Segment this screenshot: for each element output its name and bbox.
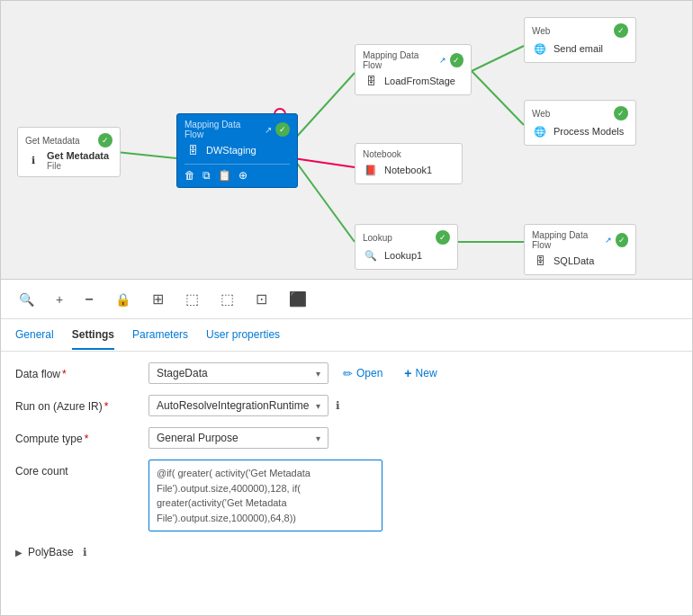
node-sql-label: SQLData [554, 255, 594, 266]
data-flow-label: Data flow* [15, 362, 141, 380]
data-flow-chevron-icon: ▾ [316, 369, 320, 379]
core-count-row: Core count @if( greater( activity('Get M… [15, 460, 678, 531]
fit-view-button[interactable]: ⊞ [148, 287, 167, 311]
toolbar: 🔍 + − 🔒 ⊞ ⬚ ⬚ ⊡ ⬛ [1, 280, 692, 319]
node-dw-staging[interactable]: Mapping Data Flow ↗ ✓ 🗄 DWStaging 🗑 ⧉ 📋 … [176, 113, 298, 188]
core-count-textarea[interactable]: @if( greater( activity('Get Metadata Fil… [148, 460, 382, 531]
node-send-email-type: Web [532, 26, 550, 36]
run-on-chevron-icon: ▾ [316, 401, 320, 411]
node-get-metadata-type: Get Metadata [25, 136, 80, 146]
new-button[interactable]: + New [397, 362, 444, 384]
node-process-models-check: ✓ [614, 106, 628, 121]
node-process-models[interactable]: Web ✓ 🌐 Process Models [524, 100, 636, 146]
notebook-icon: 📕 [363, 162, 379, 178]
node-process-models-label: Process Models [554, 126, 624, 137]
duplicate-icon[interactable]: 📋 [218, 169, 231, 182]
node-notebook1[interactable]: Notebook 📕 Notebook1 [355, 143, 463, 184]
settings-panel: Data flow* StageData ▾ ✏ Open + New [1, 352, 692, 615]
node-sql-type: Mapping Data Flow [532, 230, 601, 250]
node-load-label: LoadFromStage [384, 76, 455, 86]
format-button[interactable]: ⬛ [285, 287, 310, 311]
lookup-icon: 🔍 [363, 247, 379, 263]
compute-type-value: General Purpose [157, 432, 238, 444]
node-sql-ext[interactable]: ↗ [605, 236, 612, 245]
node-lookup-check: ✓ [436, 230, 450, 245]
node-load-type: Mapping Data Flow [363, 50, 436, 70]
run-on-label: Run on (Azure IR)* [15, 395, 141, 413]
node-dw-staging-type: Mapping Data Flow [184, 120, 261, 139]
open-button[interactable]: ✏ Open [336, 363, 390, 384]
canvas-area: Get Metadata ✓ ℹ Get Metadata File Mappi… [1, 1, 692, 280]
run-on-row: Run on (Azure IR)* AutoResolveIntegratio… [15, 395, 678, 416]
send-email-web-icon: 🌐 [532, 40, 548, 57]
tab-general[interactable]: General [15, 321, 54, 350]
node-load-ext[interactable]: ↗ [439, 56, 446, 65]
node-get-metadata[interactable]: Get Metadata ✓ ℹ Get Metadata File [17, 127, 121, 177]
core-count-label: Core count [15, 460, 141, 478]
info-icon: ℹ [25, 153, 41, 169]
svg-line-1 [293, 73, 355, 140]
node-sql-data[interactable]: Mapping Data Flow ↗ ✓ 🗄 SQLData [524, 224, 636, 275]
node-notebook-type: Notebook [363, 149, 401, 159]
node-dw-staging-label: DWStaging [206, 145, 256, 156]
zoom-search-button[interactable]: 🔍 [15, 289, 38, 310]
core-count-control: @if( greater( activity('Get Metadata Fil… [148, 460, 678, 531]
node-load-check: ✓ [450, 53, 464, 67]
polybase-expand-icon[interactable]: ▶ [15, 548, 22, 558]
node-lookup1[interactable]: Lookup ✓ 🔍 Lookup1 [355, 224, 458, 270]
node-lookup-label: Lookup1 [384, 250, 422, 261]
tab-parameters[interactable]: Parameters [132, 321, 188, 350]
node-sql-check: ✓ [616, 233, 628, 247]
node-send-email-check: ✓ [614, 23, 628, 38]
svg-line-3 [293, 158, 355, 242]
tab-user-properties[interactable]: User properties [206, 321, 280, 350]
compute-type-control: General Purpose ▾ [148, 427, 678, 449]
node-process-models-type: Web [532, 109, 550, 119]
svg-line-4 [472, 46, 524, 71]
process-models-web-icon: 🌐 [532, 123, 548, 139]
run-on-control: AutoResolveIntegrationRuntime ▾ ℹ [148, 395, 678, 416]
sql-db-icon: 🗄 [532, 253, 548, 269]
svg-line-2 [293, 158, 355, 167]
add-output-icon[interactable]: ⊕ [238, 169, 248, 182]
compute-type-chevron-icon: ▾ [316, 433, 320, 443]
polybase-info-icon[interactable]: ℹ [83, 546, 87, 558]
zoom-out-button[interactable]: − [81, 288, 96, 311]
select-region-button[interactable]: ⬚ [217, 287, 238, 311]
node-get-metadata-sub: File [47, 161, 109, 171]
data-flow-row: Data flow* StageData ▾ ✏ Open + New [15, 362, 678, 384]
tabs-bar: General Settings Parameters User propert… [1, 319, 692, 352]
main-container: Get Metadata ✓ ℹ Get Metadata File Mappi… [0, 0, 693, 616]
compute-type-label: Compute type* [15, 427, 141, 445]
node-notebook-label: Notebook1 [384, 165, 432, 175]
node-get-metadata-check: ✓ [98, 133, 112, 147]
dw-staging-db-icon: 🗄 [184, 142, 201, 158]
delete-icon[interactable]: 🗑 [184, 169, 195, 182]
tab-settings[interactable]: Settings [72, 321, 114, 350]
run-on-select[interactable]: AutoResolveIntegrationRuntime ▾ [148, 395, 328, 416]
polybase-row: ▶ PolyBase ℹ [15, 542, 678, 558]
node-dw-staging-ext[interactable]: ↗ [265, 125, 272, 135]
compute-type-select[interactable]: General Purpose ▾ [148, 427, 328, 449]
polybase-label: PolyBase [28, 546, 74, 558]
select-all-button[interactable]: ⬚ [182, 287, 202, 311]
data-flow-select[interactable]: StageData ▾ [148, 362, 328, 384]
pencil-icon: ✏ [343, 367, 353, 380]
svg-line-5 [472, 71, 524, 125]
node-load-from-stage[interactable]: Mapping Data Flow ↗ ✓ 🗄 LoadFromStage [355, 44, 472, 95]
svg-line-0 [116, 152, 176, 158]
node-lookup-type: Lookup [363, 233, 392, 243]
lock-button[interactable]: 🔒 [112, 289, 134, 310]
copy-icon[interactable]: ⧉ [202, 169, 211, 182]
run-on-value: AutoResolveIntegrationRuntime [157, 399, 309, 412]
compute-type-row: Compute type* General Purpose ▾ [15, 427, 678, 449]
plus-new-icon: + [404, 366, 411, 380]
node-send-email-label: Send email [554, 43, 603, 54]
node-send-email[interactable]: Web ✓ 🌐 Send email [524, 17, 636, 63]
zoom-in-button[interactable]: + [52, 289, 67, 310]
node-get-metadata-label: Get Metadata [47, 150, 109, 161]
align-button[interactable]: ⊡ [252, 287, 271, 311]
load-db-icon: 🗄 [363, 73, 379, 89]
data-flow-control: StageData ▾ ✏ Open + New [148, 362, 678, 384]
run-on-info-icon[interactable]: ℹ [336, 399, 340, 412]
